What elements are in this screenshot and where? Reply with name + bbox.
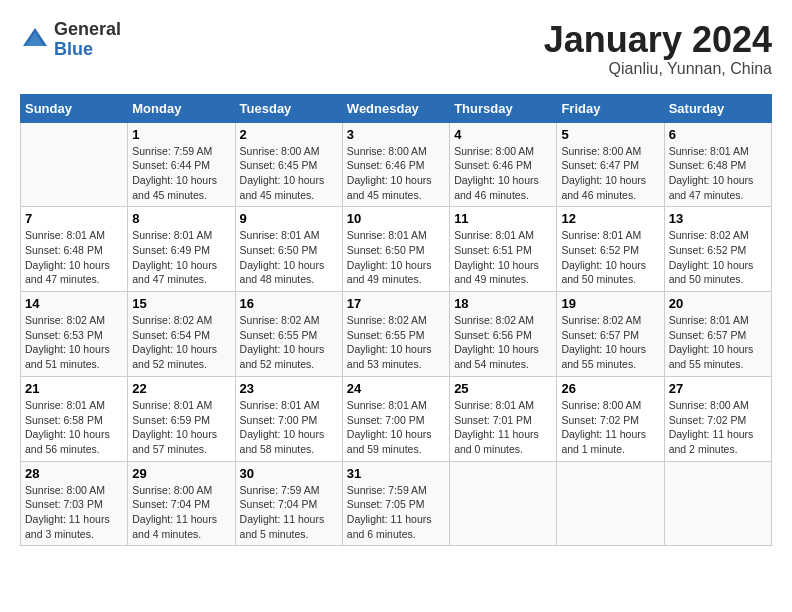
day-number: 21: [25, 381, 123, 396]
day-info: Sunrise: 7:59 AM Sunset: 7:05 PM Dayligh…: [347, 483, 445, 542]
day-number: 24: [347, 381, 445, 396]
day-info: Sunrise: 8:02 AM Sunset: 6:56 PM Dayligh…: [454, 313, 552, 372]
calendar-cell: 11Sunrise: 8:01 AM Sunset: 6:51 PM Dayli…: [450, 207, 557, 292]
day-number: 26: [561, 381, 659, 396]
header-saturday: Saturday: [664, 94, 771, 122]
calendar-cell: 3Sunrise: 8:00 AM Sunset: 6:46 PM Daylig…: [342, 122, 449, 207]
day-number: 19: [561, 296, 659, 311]
day-info: Sunrise: 8:00 AM Sunset: 7:02 PM Dayligh…: [561, 398, 659, 457]
day-number: 18: [454, 296, 552, 311]
day-info: Sunrise: 8:02 AM Sunset: 6:52 PM Dayligh…: [669, 228, 767, 287]
day-info: Sunrise: 8:00 AM Sunset: 6:46 PM Dayligh…: [347, 144, 445, 203]
day-info: Sunrise: 8:02 AM Sunset: 6:55 PM Dayligh…: [347, 313, 445, 372]
day-number: 13: [669, 211, 767, 226]
calendar-week-4: 21Sunrise: 8:01 AM Sunset: 6:58 PM Dayli…: [21, 376, 772, 461]
day-number: 20: [669, 296, 767, 311]
day-number: 8: [132, 211, 230, 226]
calendar-cell: 30Sunrise: 7:59 AM Sunset: 7:04 PM Dayli…: [235, 461, 342, 546]
day-info: Sunrise: 8:01 AM Sunset: 6:48 PM Dayligh…: [669, 144, 767, 203]
day-number: 14: [25, 296, 123, 311]
calendar-cell: [557, 461, 664, 546]
day-info: Sunrise: 8:00 AM Sunset: 7:02 PM Dayligh…: [669, 398, 767, 457]
calendar-cell: [21, 122, 128, 207]
calendar-cell: 4Sunrise: 8:00 AM Sunset: 6:46 PM Daylig…: [450, 122, 557, 207]
calendar-cell: 7Sunrise: 8:01 AM Sunset: 6:48 PM Daylig…: [21, 207, 128, 292]
header-thursday: Thursday: [450, 94, 557, 122]
calendar-cell: 26Sunrise: 8:00 AM Sunset: 7:02 PM Dayli…: [557, 376, 664, 461]
day-info: Sunrise: 8:02 AM Sunset: 6:54 PM Dayligh…: [132, 313, 230, 372]
day-number: 11: [454, 211, 552, 226]
calendar-cell: 1Sunrise: 7:59 AM Sunset: 6:44 PM Daylig…: [128, 122, 235, 207]
calendar-cell: 5Sunrise: 8:00 AM Sunset: 6:47 PM Daylig…: [557, 122, 664, 207]
calendar-cell: 15Sunrise: 8:02 AM Sunset: 6:54 PM Dayli…: [128, 292, 235, 377]
day-info: Sunrise: 8:00 AM Sunset: 6:46 PM Dayligh…: [454, 144, 552, 203]
day-info: Sunrise: 8:02 AM Sunset: 6:55 PM Dayligh…: [240, 313, 338, 372]
day-info: Sunrise: 8:01 AM Sunset: 6:51 PM Dayligh…: [454, 228, 552, 287]
header-wednesday: Wednesday: [342, 94, 449, 122]
day-number: 23: [240, 381, 338, 396]
calendar-cell: 10Sunrise: 8:01 AM Sunset: 6:50 PM Dayli…: [342, 207, 449, 292]
day-number: 28: [25, 466, 123, 481]
calendar-cell: 2Sunrise: 8:00 AM Sunset: 6:45 PM Daylig…: [235, 122, 342, 207]
calendar-cell: [450, 461, 557, 546]
day-info: Sunrise: 8:01 AM Sunset: 7:01 PM Dayligh…: [454, 398, 552, 457]
day-number: 2: [240, 127, 338, 142]
day-info: Sunrise: 8:00 AM Sunset: 7:04 PM Dayligh…: [132, 483, 230, 542]
header-monday: Monday: [128, 94, 235, 122]
day-info: Sunrise: 8:01 AM Sunset: 6:50 PM Dayligh…: [347, 228, 445, 287]
calendar-cell: 9Sunrise: 8:01 AM Sunset: 6:50 PM Daylig…: [235, 207, 342, 292]
calendar-cell: 8Sunrise: 8:01 AM Sunset: 6:49 PM Daylig…: [128, 207, 235, 292]
calendar-header-row: SundayMondayTuesdayWednesdayThursdayFrid…: [21, 94, 772, 122]
day-info: Sunrise: 7:59 AM Sunset: 6:44 PM Dayligh…: [132, 144, 230, 203]
header-sunday: Sunday: [21, 94, 128, 122]
day-number: 10: [347, 211, 445, 226]
calendar-cell: 31Sunrise: 7:59 AM Sunset: 7:05 PM Dayli…: [342, 461, 449, 546]
calendar-cell: 6Sunrise: 8:01 AM Sunset: 6:48 PM Daylig…: [664, 122, 771, 207]
calendar-week-1: 1Sunrise: 7:59 AM Sunset: 6:44 PM Daylig…: [21, 122, 772, 207]
logo-blue: Blue: [54, 39, 93, 59]
day-number: 4: [454, 127, 552, 142]
calendar-cell: 16Sunrise: 8:02 AM Sunset: 6:55 PM Dayli…: [235, 292, 342, 377]
calendar-cell: 21Sunrise: 8:01 AM Sunset: 6:58 PM Dayli…: [21, 376, 128, 461]
calendar-cell: 28Sunrise: 8:00 AM Sunset: 7:03 PM Dayli…: [21, 461, 128, 546]
calendar-cell: [664, 461, 771, 546]
day-number: 25: [454, 381, 552, 396]
day-info: Sunrise: 7:59 AM Sunset: 7:04 PM Dayligh…: [240, 483, 338, 542]
day-info: Sunrise: 8:02 AM Sunset: 6:57 PM Dayligh…: [561, 313, 659, 372]
day-info: Sunrise: 8:01 AM Sunset: 6:48 PM Dayligh…: [25, 228, 123, 287]
logo-text: General Blue: [54, 20, 121, 60]
calendar-cell: 13Sunrise: 8:02 AM Sunset: 6:52 PM Dayli…: [664, 207, 771, 292]
calendar-cell: 25Sunrise: 8:01 AM Sunset: 7:01 PM Dayli…: [450, 376, 557, 461]
day-number: 30: [240, 466, 338, 481]
calendar-cell: 20Sunrise: 8:01 AM Sunset: 6:57 PM Dayli…: [664, 292, 771, 377]
day-info: Sunrise: 8:01 AM Sunset: 6:49 PM Dayligh…: [132, 228, 230, 287]
day-number: 29: [132, 466, 230, 481]
day-number: 16: [240, 296, 338, 311]
calendar-cell: 24Sunrise: 8:01 AM Sunset: 7:00 PM Dayli…: [342, 376, 449, 461]
day-info: Sunrise: 8:01 AM Sunset: 6:59 PM Dayligh…: [132, 398, 230, 457]
day-number: 15: [132, 296, 230, 311]
calendar-cell: 22Sunrise: 8:01 AM Sunset: 6:59 PM Dayli…: [128, 376, 235, 461]
day-info: Sunrise: 8:01 AM Sunset: 6:58 PM Dayligh…: [25, 398, 123, 457]
logo-icon: [20, 25, 50, 55]
day-number: 6: [669, 127, 767, 142]
calendar-week-2: 7Sunrise: 8:01 AM Sunset: 6:48 PM Daylig…: [21, 207, 772, 292]
calendar-cell: 23Sunrise: 8:01 AM Sunset: 7:00 PM Dayli…: [235, 376, 342, 461]
header-tuesday: Tuesday: [235, 94, 342, 122]
day-number: 5: [561, 127, 659, 142]
calendar-cell: 12Sunrise: 8:01 AM Sunset: 6:52 PM Dayli…: [557, 207, 664, 292]
page-subtitle: Qianliu, Yunnan, China: [544, 60, 772, 78]
calendar-cell: 18Sunrise: 8:02 AM Sunset: 6:56 PM Dayli…: [450, 292, 557, 377]
page-header: General Blue January 2024 Qianliu, Yunna…: [20, 20, 772, 78]
day-info: Sunrise: 8:02 AM Sunset: 6:53 PM Dayligh…: [25, 313, 123, 372]
calendar-cell: 19Sunrise: 8:02 AM Sunset: 6:57 PM Dayli…: [557, 292, 664, 377]
day-info: Sunrise: 8:01 AM Sunset: 6:57 PM Dayligh…: [669, 313, 767, 372]
day-number: 27: [669, 381, 767, 396]
calendar-cell: 17Sunrise: 8:02 AM Sunset: 6:55 PM Dayli…: [342, 292, 449, 377]
page-title: January 2024: [544, 20, 772, 60]
day-info: Sunrise: 8:01 AM Sunset: 7:00 PM Dayligh…: [347, 398, 445, 457]
calendar-table: SundayMondayTuesdayWednesdayThursdayFrid…: [20, 94, 772, 547]
calendar-cell: 27Sunrise: 8:00 AM Sunset: 7:02 PM Dayli…: [664, 376, 771, 461]
day-number: 22: [132, 381, 230, 396]
day-info: Sunrise: 8:01 AM Sunset: 6:50 PM Dayligh…: [240, 228, 338, 287]
